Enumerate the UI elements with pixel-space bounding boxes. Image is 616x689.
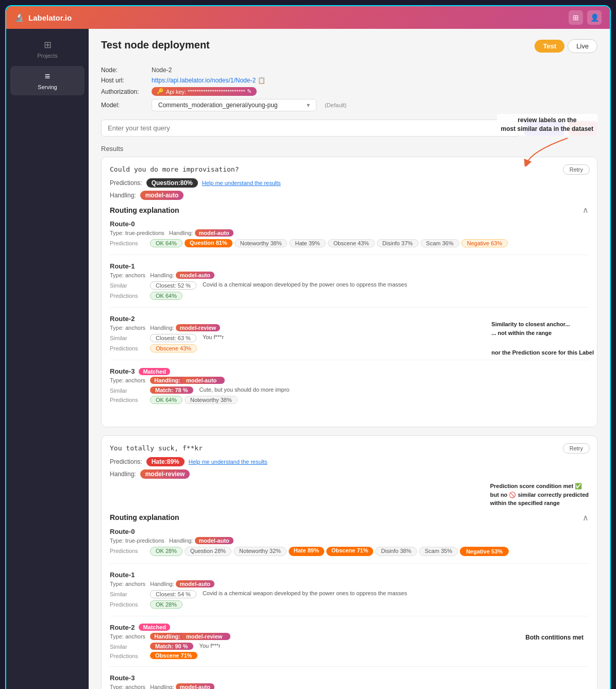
collapse-btn-1[interactable]: ∧ [582, 205, 589, 215]
route-title-0-1: Route-0 [110, 220, 589, 228]
tag-obscene-71-r2: Obscene 71% [150, 652, 197, 659]
predictions-tags-0-1: Predictions OK 64% Question 81% Notewort… [110, 239, 589, 247]
tag-negative-53: Negative 53% [460, 547, 509, 556]
route-title-3-1: Route-3 Matched [110, 367, 589, 375]
similar-row-2-2: Similar Match: 90 % You f***r [110, 643, 589, 650]
route-title-0-2: Route-0 [110, 528, 589, 535]
copy-icon[interactable]: 📋 [258, 77, 265, 84]
route-block-3-2: Route-3 Type: anchors Handling: model-au… [110, 674, 589, 690]
projects-icon: ⊞ [44, 39, 52, 51]
sidebar-item-label: Projects [37, 53, 58, 59]
predictions-tags-0-2: Predictions OK 28% Question 28% Notewort… [110, 547, 589, 556]
sidebar-item-serving[interactable]: ≡ Serving [10, 66, 85, 95]
edit-key-icon[interactable]: ✎ [247, 88, 252, 95]
query-text-1: Could you do more improvisation? [110, 165, 589, 173]
tag-group-1-2: OK 28% [150, 600, 182, 609]
similar-tag-3-1: Match: 78 % [150, 386, 193, 394]
app-title: Labelator.io [28, 13, 72, 22]
route-block-1-2: Route-1 Type: anchors Handling: model-au… [110, 571, 589, 616]
model-value: Comments_moderation_general/young-pug [158, 102, 277, 109]
routing-explanation-2: Routing explanation ∧ Route-0 Type: true… [110, 513, 589, 690]
predictions-row-2: Predictions: Hate:89% Help me understand… [110, 457, 589, 466]
model-row: Model: Comments_moderation_general/young… [101, 99, 597, 111]
tag-scam-36: Scam 36% [421, 239, 459, 247]
tag-group-2-2: Obscene 71% [150, 652, 197, 659]
host-label: Host url: [101, 77, 147, 84]
route-block-0-1: Route-0 Type: true-predictions Handling:… [110, 220, 589, 255]
routing-header-2: Routing explanation ∧ [110, 513, 589, 523]
route-block-1-1: Route-1 Type: anchors Handling: model-au… [110, 262, 589, 308]
node-row: Node: Node-2 [101, 66, 597, 74]
sidebar-item-projects[interactable]: ⊞ Projects [10, 34, 85, 64]
result-card-1: Could you do more improvisation? Retry P… [101, 157, 597, 427]
route-title-2-2: Route-2 Matched [110, 624, 589, 631]
similar-text-2-1: You f***r [203, 334, 224, 340]
route-subtitle-3-2: Type: anchors Handling: model-auto [110, 684, 589, 690]
node-value: Node-2 [152, 66, 172, 74]
main-layout: ⊞ Projects ≡ Serving Test node deploymen… [6, 29, 610, 689]
node-label: Node: [101, 66, 147, 74]
retry-btn-2[interactable]: Retry [563, 443, 590, 453]
routing-title-2: Routing explanation [110, 513, 179, 522]
query-input[interactable] [101, 120, 520, 137]
route-subtitle-2-2: Type: anchors Handling: model-review [110, 633, 589, 640]
tag-group-1-1: OK 64% [150, 292, 182, 300]
matched-badge-2-2: Matched [139, 624, 170, 631]
similar-tag-2-2: Match: 90 % [150, 643, 193, 650]
route-subtitle-0-2: Type: true-predictions Handling: model-a… [110, 537, 589, 544]
help-link-1[interactable]: Help me understand the results [202, 180, 281, 186]
handling-label-2: Handling: [110, 470, 136, 478]
predictions-row-1: Predictions: Question:80% Help me unders… [110, 178, 589, 188]
title-bar: 🔬 Labelator.io ⊞ 👤 [6, 6, 610, 29]
help-link-2[interactable]: Help me understand the results [189, 459, 268, 465]
tag-noteworthy-38: Noteworthy 38% [235, 239, 288, 247]
route-title-1-1: Route-1 [110, 262, 589, 270]
api-key-badge[interactable]: 🔑 Api key: ************************** ✎ [152, 87, 257, 96]
app-logo: 🔬 Labelator.io [14, 13, 72, 22]
tag-obscene-71: Obscene 71% [326, 547, 374, 556]
annotation-similarity: Similarity to closest anchor... ... not … [491, 320, 594, 356]
tag-ok-28: OK 28% [150, 547, 182, 556]
query-text-2: You totally suck, f**kr [110, 444, 589, 452]
tag-question-28: Question 28% [185, 547, 231, 556]
chevron-down-icon: ▾ [307, 102, 310, 109]
tag-question-81: Question 81% [185, 239, 232, 247]
result-card-2: You totally suck, f**kr Retry Prediction… [101, 435, 597, 689]
user-icon[interactable]: 👤 [587, 10, 602, 25]
grid-icon[interactable]: ⊞ [569, 10, 583, 25]
handling-badge-1: model-auto [140, 191, 184, 200]
tag-ok-28-r1: OK 28% [150, 600, 182, 609]
tag-group-0-1: OK 64% Question 81% Noteworthy 38% Hate … [150, 239, 508, 247]
similar-tag-1-2: Closest: 54 % [150, 590, 196, 598]
tag-disinfo-37: Disinfo 37% [377, 239, 419, 247]
tag-disinfo-38: Disinfo 38% [375, 547, 417, 556]
collapse-btn-2[interactable]: ∧ [582, 513, 589, 523]
annotation-review-labels: review labels on the most similar data i… [497, 114, 597, 136]
similar-text-2-2: You f***r [199, 643, 221, 649]
tag-group-2-1: Obscene 43% [150, 344, 197, 352]
tag-negative-63: Negative 63% [461, 239, 508, 247]
predictions-tags-3-1: Predictions OK 64% Noteworthy 38% [110, 396, 589, 404]
tag-group-0-2: OK 28% Question 28% Noteworthy 32% Hate … [150, 547, 509, 556]
route-block-2-1: Route-2 Type: anchors Handling: model-re… [110, 315, 589, 360]
pred-badge-1: Question:80% [146, 178, 198, 188]
host-link[interactable]: https://api.labelator.io/nodes/1/Node-2 … [152, 77, 265, 84]
test-button[interactable]: Test [535, 40, 564, 53]
annotation-both-conditions: Both contitions met [525, 634, 584, 641]
host-value: https://api.labelator.io/nodes/1/Node-2 [152, 77, 256, 84]
handling-row-1: Handling: model-auto [110, 191, 589, 200]
key-icon: 🔑 [157, 88, 164, 95]
similar-row-3-1: Similar Match: 78 % Cute, but you should… [110, 386, 589, 394]
route-block-0-2: Route-0 Type: true-predictions Handling:… [110, 528, 589, 564]
handling-badge-2: model-review [140, 469, 190, 479]
route-subtitle-1-1: Type: anchors Handling: model-auto [110, 272, 589, 278]
tag-ok-64-r1: OK 64% [150, 292, 182, 300]
annotation-pred-score: Prediction score condition met ✅ but no … [490, 482, 589, 508]
similar-tag-1-1: Closest: 52 % [150, 281, 196, 290]
predictions-tags-2-2: Predictions Obscene 71% [110, 652, 589, 659]
host-row: Host url: https://api.labelator.io/nodes… [101, 77, 597, 84]
route-block-3-1: Route-3 Matched Type: anchors Handling: … [110, 367, 589, 411]
route-title-1-2: Route-1 [110, 571, 589, 579]
model-select[interactable]: Comments_moderation_general/young-pug ▾ [152, 99, 317, 111]
live-button[interactable]: Live [568, 39, 597, 53]
